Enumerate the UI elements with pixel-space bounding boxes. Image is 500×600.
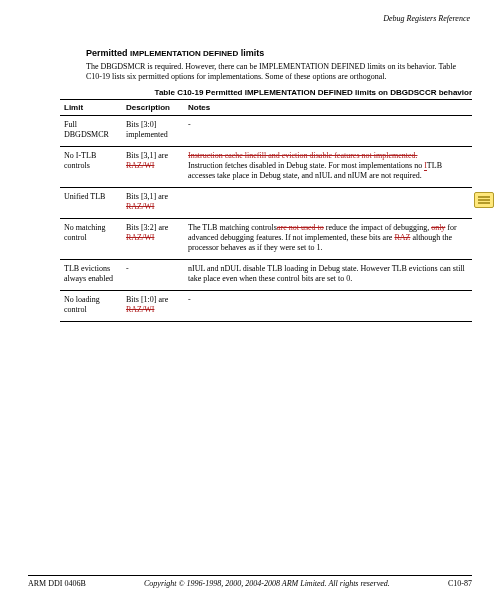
cell-notes	[184, 188, 472, 219]
table-row: Unified TLB Bits [3,1] are RAZ/WI	[60, 188, 472, 219]
table-row: No matching control Bits [3:2] are RAZ/W…	[60, 219, 472, 260]
cell-desc: Bits [3:0] implemented	[122, 116, 184, 147]
cell-notes: nIUL and nDUL disable TLB loading in Deb…	[184, 260, 472, 291]
desc-deleted: RAZ/WI	[126, 305, 154, 314]
cell-desc: Bits [1:0] are RAZ/WI	[122, 291, 184, 322]
desc-text: Bits [3,1] are	[126, 192, 168, 201]
notes-mid: reduce the impact of debugging,	[324, 223, 431, 232]
notes-del2: only	[431, 223, 445, 232]
intro-paragraph: The DBGDSMCR is required. However, there…	[86, 62, 472, 82]
col-description: Description	[122, 100, 184, 116]
cell-notes: -	[184, 116, 472, 147]
caption-prefix: Table C10-19 Permitted	[155, 88, 245, 97]
caption-suffix: limits on DBGDSCCR behavior	[353, 88, 472, 97]
notes-raz: RAZ	[394, 233, 410, 242]
caption-smallcaps: IMPLEMENTATION DEFINED	[245, 88, 353, 97]
desc-text: Bits [1:0] are	[126, 295, 168, 304]
cell-notes: Instruction cache linefill and eviction …	[184, 147, 472, 188]
running-header: Debug Registers Reference	[383, 14, 470, 23]
page-footer: ARM DDI 0406B Copyright © 1996-1998, 200…	[28, 579, 472, 588]
desc-deleted: RAZ/WI	[126, 202, 154, 211]
notes-del1: are not used to	[277, 223, 324, 232]
cell-limit: Unified TLB	[60, 188, 122, 219]
footer-left: ARM DDI 0406B	[28, 579, 86, 588]
cell-desc: Bits [3,1] are RAZ/WI	[122, 188, 184, 219]
limits-table: Limit Description Notes Full DBGDSMCR Bi…	[60, 99, 472, 322]
table-row: TLB evictions always enabled - nIUL and …	[60, 260, 472, 291]
table-caption: Table C10-19 Permitted IMPLEMENTATION DE…	[60, 88, 472, 97]
notes-text: Instruction fetches disabled in Debug st…	[188, 161, 442, 180]
title-smallcaps: IMPLEMENTATION DEFINED	[130, 49, 238, 58]
col-limit: Limit	[60, 100, 122, 116]
title-prefix: Permitted	[86, 48, 130, 58]
cell-limit: No I-TLB controls	[60, 147, 122, 188]
cell-notes: The TLB matching controlsare not used to…	[184, 219, 472, 260]
cell-limit: No loading control	[60, 291, 122, 322]
footer-rule	[28, 575, 472, 576]
comment-annotation-icon[interactable]	[474, 192, 494, 208]
desc-deleted: RAZ/WI	[126, 161, 154, 170]
table-header-row: Limit Description Notes	[60, 100, 472, 116]
cell-desc: -	[122, 260, 184, 291]
cell-limit: TLB evictions always enabled	[60, 260, 122, 291]
table-row: No I-TLB controls Bits [3,1] are RAZ/WI …	[60, 147, 472, 188]
title-suffix: limits	[238, 48, 264, 58]
cell-desc: Bits [3,1] are RAZ/WI	[122, 147, 184, 188]
cell-limit: Full DBGDSMCR	[60, 116, 122, 147]
section-title: Permitted IMPLEMENTATION DEFINED limits	[86, 48, 472, 58]
notes-deleted: Instruction cache linefill and eviction …	[188, 151, 417, 160]
col-notes: Notes	[184, 100, 472, 116]
table-row: No loading control Bits [1:0] are RAZ/WI…	[60, 291, 472, 322]
desc-deleted: RAZ/WI	[126, 233, 154, 242]
inserted-char: I	[424, 161, 427, 171]
page-body: Debug Registers Reference Permitted IMPL…	[0, 0, 500, 322]
cell-desc: Bits [3:2] are RAZ/WI	[122, 219, 184, 260]
notes-pre: The TLB matching controls	[188, 223, 277, 232]
table-row: Full DBGDSMCR Bits [3:0] implemented -	[60, 116, 472, 147]
footer-right: C10-87	[448, 579, 472, 588]
desc-text: Bits [3,1] are	[126, 151, 168, 160]
desc-text: Bits [3:2] are	[126, 223, 168, 232]
cell-notes: -	[184, 291, 472, 322]
footer-center: Copyright © 1996-1998, 2000, 2004-2008 A…	[144, 579, 390, 588]
cell-limit: No matching control	[60, 219, 122, 260]
